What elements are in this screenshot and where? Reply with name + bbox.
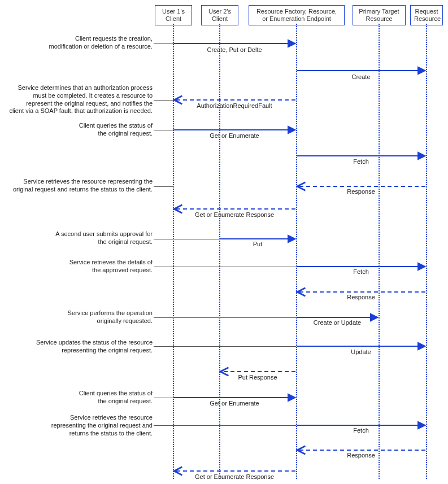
msg-m16: Response: [297, 452, 425, 459]
desc-d4: Service retrieves the resource represent…: [11, 178, 153, 194]
desc-d9: Client queries the status ofthe original…: [68, 390, 153, 405]
msg-m10: Response: [297, 294, 425, 300]
lifeline-resource-factory: [296, 24, 297, 479]
msg-m9: Fetch: [297, 268, 425, 275]
participant-label: User 1'sClient: [162, 8, 185, 22]
desc-line: [154, 100, 173, 101]
desc-line: [154, 43, 173, 44]
desc-d10: Service retrieves the resourcerepresenti…: [42, 414, 153, 437]
desc-line: [154, 267, 296, 267]
desc-d3: Client queries the status ofthe original…: [68, 122, 153, 138]
msg-m8: Put: [220, 241, 295, 247]
participant-resource-factory: Resource Factory, Resource,or Enumeratio…: [249, 5, 345, 25]
msg-m12: Update: [297, 348, 425, 355]
participant-user2-client: User 2'sClient: [201, 5, 238, 25]
desc-line: [154, 346, 296, 347]
msg-m14: Get or Enumerate: [173, 400, 295, 407]
desc-d7: Service performs the operationoriginally…: [59, 309, 153, 325]
msg-m5: Fetch: [297, 158, 425, 165]
msg-m2: Create: [297, 73, 425, 80]
participant-request-resource: RequestResource: [410, 5, 443, 25]
desc-d5: A second user submits approval forthe or…: [42, 230, 153, 246]
desc-d6: Service retrieves the details ofthe appr…: [59, 259, 153, 274]
desc-line: [154, 186, 173, 187]
participant-label: User 2'sClient: [208, 8, 231, 22]
msg-m4: Get or Enumerate: [173, 132, 295, 139]
msg-m3: AuthorizationRequiredFault: [173, 102, 295, 109]
participant-label: Resource Factory, Resource,or Enumeratio…: [256, 8, 337, 22]
msg-m1: Create, Put or Delte: [173, 46, 295, 53]
lifeline-user1: [173, 24, 174, 479]
desc-d2: Service determines that an authorization…: [7, 84, 153, 115]
desc-line: [154, 239, 219, 239]
msg-m17: Get or Enumerate Response: [173, 473, 295, 480]
desc-line: [154, 398, 173, 398]
participant-label: RequestResource: [414, 8, 441, 22]
lifeline-primary-target: [379, 24, 380, 479]
msg-m6: Response: [297, 188, 425, 195]
lifeline-request-resource: [426, 24, 427, 479]
desc-line: [154, 130, 173, 130]
lifeline-user2: [219, 24, 220, 479]
participant-user1-client: User 1'sClient: [155, 5, 192, 25]
msg-m11: Create or Update: [297, 319, 378, 326]
msg-m15: Fetch: [297, 427, 425, 434]
desc-d1: Client requests the creation,modificatio…: [34, 35, 153, 51]
msg-m7: Get or Enumerate Response: [173, 211, 295, 218]
desc-d8: Service updates the status of the resour…: [24, 339, 153, 355]
desc-line: [154, 317, 296, 318]
participant-primary-target: Primary TargetResource: [353, 5, 406, 25]
msg-m13: Put Response: [220, 374, 295, 381]
participant-label: Primary TargetResource: [359, 8, 399, 22]
desc-line: [154, 425, 296, 426]
